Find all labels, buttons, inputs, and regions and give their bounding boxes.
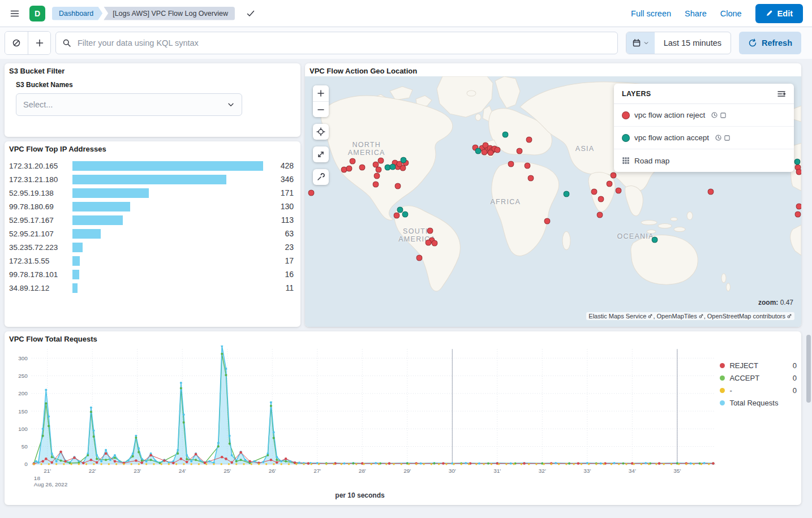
map-marker-accept[interactable] [390, 163, 396, 170]
map-marker-reject[interactable] [346, 166, 353, 172]
legend-item[interactable]: -0 [720, 384, 797, 396]
set-view-crosshair-button[interactable] [313, 124, 329, 140]
clone-button[interactable]: Clone [720, 9, 742, 18]
map-marker-reject[interactable] [708, 188, 714, 195]
ip-bar-row[interactable]: 172.31.5.5517 [9, 254, 294, 267]
map-marker-reject[interactable] [794, 211, 801, 218]
map-marker-accept[interactable] [402, 211, 409, 218]
ip-bar[interactable] [72, 283, 78, 293]
map-tools-wrench-button[interactable] [313, 169, 329, 185]
ip-bar[interactable] [72, 243, 83, 252]
attribution-link[interactable]: OpenStreetMap contributors [707, 313, 792, 320]
refresh-button[interactable]: Refresh [739, 32, 801, 54]
s3-bucket-select[interactable]: Select... [16, 93, 242, 116]
map-marker-reject[interactable] [394, 183, 401, 189]
ip-bar[interactable] [72, 256, 80, 266]
layer-row-accept[interactable]: vpc flow action accept [614, 127, 794, 149]
fit-to-data-expand-button[interactable] [313, 146, 329, 162]
map-marker-accept[interactable] [652, 237, 658, 243]
map-marker-reject[interactable] [524, 162, 530, 169]
attribution-link[interactable]: OpenMapTiles [657, 313, 704, 320]
ip-bar-row[interactable]: 34.89.12.1211 [9, 281, 294, 295]
kql-search-input[interactable] [55, 32, 618, 54]
map-marker-reject[interactable] [481, 149, 487, 155]
ip-bar-row[interactable]: 99.78.180.69130 [9, 200, 294, 213]
ip-bar-row[interactable]: 172.31.20.165428 [9, 159, 294, 172]
add-filter-button[interactable] [28, 32, 50, 54]
svg-text:250: 250 [18, 373, 28, 379]
ip-bar-row[interactable]: 99.78.178.10116 [9, 267, 294, 281]
share-button[interactable]: Share [685, 9, 707, 18]
map-marker-reject[interactable] [526, 136, 532, 143]
map-marker-reject[interactable] [598, 196, 604, 202]
breadcrumb-dashboard[interactable]: Dashboard [52, 7, 102, 20]
layer-row-reject[interactable]: vpc flow action reject [614, 104, 794, 127]
map-marker-reject[interactable] [596, 211, 603, 218]
ip-bar-row[interactable]: 52.95.21.10763 [9, 227, 294, 240]
ip-address-label: 99.78.180.69 [9, 202, 72, 211]
ip-bar-row[interactable]: 52.95.19.138171 [9, 186, 294, 200]
full-screen-button[interactable]: Full screen [631, 9, 671, 18]
ip-bar-row[interactable]: 172.31.21.180346 [9, 172, 294, 186]
ip-bar[interactable] [72, 202, 130, 211]
map-marker-reject[interactable] [394, 212, 400, 218]
zoom-in-button[interactable] [313, 85, 329, 101]
attribution-link[interactable]: Elastic Maps Service [588, 313, 653, 320]
layer-row-roadmap[interactable]: Road map [614, 149, 794, 172]
map-marker-reject[interactable] [375, 166, 381, 172]
ip-bar[interactable] [72, 188, 149, 198]
breadcrumb-current-page[interactable]: [Logs AWS] VPC Flow Log Overview [104, 7, 235, 20]
zoom-out-button[interactable] [313, 101, 329, 117]
map-marker-reject[interactable] [416, 255, 422, 261]
edit-button[interactable]: Edit [755, 4, 803, 23]
menu-icon[interactable] [9, 7, 23, 20]
map-marker-reject[interactable] [308, 189, 314, 196]
saved-query-menu-button[interactable] [5, 32, 28, 54]
ip-bar[interactable] [72, 270, 79, 279]
geo-location-panel: VPC Flow Action Geo Location [305, 63, 801, 327]
map-marker-reject[interactable] [427, 227, 433, 234]
map-marker-reject[interactable] [431, 240, 437, 247]
map-marker-reject[interactable] [487, 149, 493, 156]
map-marker-reject[interactable] [350, 158, 356, 164]
map-marker-reject[interactable] [610, 172, 616, 178]
world-map[interactable]: NORTH AMERICASOUTH AMERICAAFRICAASIAOCEA… [305, 76, 801, 327]
legend-item[interactable]: Total Requests [720, 396, 797, 409]
map-marker-reject[interactable] [495, 147, 501, 153]
ip-bar[interactable] [72, 215, 123, 225]
map-marker-reject[interactable] [591, 188, 598, 195]
map-marker-reject[interactable] [426, 239, 432, 245]
legend-item[interactable]: REJECT0 [720, 359, 797, 372]
legend-item[interactable]: ACCEPT0 [720, 372, 797, 384]
map-marker-reject[interactable] [516, 148, 522, 154]
map-marker-reject[interactable] [544, 218, 550, 225]
map-marker-reject[interactable] [373, 181, 379, 187]
vertical-scrollbar[interactable] [806, 335, 811, 403]
map-marker-reject[interactable] [528, 175, 534, 181]
space-avatar[interactable]: D [29, 6, 45, 21]
ip-bar[interactable] [72, 175, 226, 184]
map-marker-reject[interactable] [616, 188, 622, 194]
map-marker-reject[interactable] [508, 161, 514, 167]
collapse-layers-icon[interactable] [777, 89, 786, 98]
map-marker-reject[interactable] [796, 169, 801, 175]
date-picker-calendar-button[interactable] [626, 32, 655, 54]
ip-bar-row[interactable]: 35.235.72.22323 [9, 240, 294, 254]
map-marker-reject[interactable] [374, 172, 380, 179]
time-range-value[interactable]: Last 15 minutes [655, 32, 731, 54]
map-marker-reject[interactable] [359, 164, 365, 170]
map-marker-reject[interactable] [606, 181, 612, 187]
map-marker-accept[interactable] [400, 157, 406, 163]
map-marker-accept[interactable] [794, 158, 800, 165]
checkbox-icon[interactable] [724, 135, 731, 141]
map-marker-accept[interactable] [502, 131, 509, 137]
map-marker-reject[interactable] [378, 157, 384, 163]
checkbox-icon[interactable] [720, 112, 727, 119]
ip-bar-row[interactable]: 52.95.17.167113 [9, 213, 294, 227]
map-marker-accept[interactable] [564, 191, 570, 197]
ip-bar[interactable] [72, 229, 101, 239]
map-attribution: Elastic Maps Service , OpenMapTiles , Op… [586, 312, 794, 320]
map-marker-reject[interactable] [796, 204, 801, 210]
ip-bar[interactable] [72, 161, 263, 171]
map-marker-accept[interactable] [475, 148, 482, 154]
